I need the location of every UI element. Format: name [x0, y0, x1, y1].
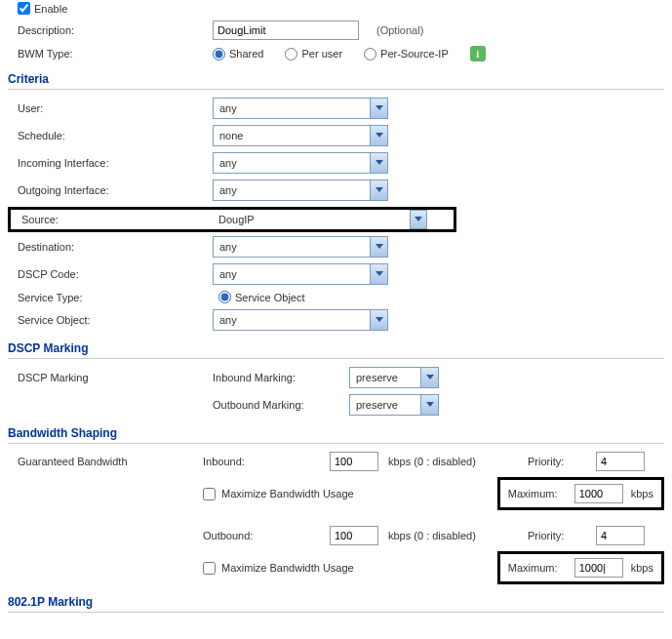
guaranteed-bandwidth-label: Guaranteed Bandwidth: [8, 456, 203, 467]
kbps-label-2: kbps: [631, 562, 653, 574]
outgoing-select[interactable]: any: [213, 180, 388, 201]
enable-checkbox[interactable]: [18, 2, 30, 15]
service-object-select[interactable]: any: [213, 309, 388, 331]
dscp-code-select[interactable]: any: [213, 263, 388, 285]
8021p-marking-header: 802.1P Marking: [8, 592, 664, 613]
outbound-label: Outbound:: [203, 530, 330, 541]
chevron-down-icon: [410, 210, 427, 229]
chevron-down-icon: [420, 395, 438, 415]
bwm-type-label: BWM Type:: [8, 48, 213, 60]
bwm-shared-label: Shared: [229, 48, 263, 60]
optional-text: (Optional): [376, 24, 423, 36]
source-select[interactable]: DougIP: [213, 211, 427, 228]
kbps-label: kbps: [631, 488, 653, 499]
schedule-select[interactable]: none: [213, 125, 388, 146]
priority-outbound-input[interactable]: [596, 526, 645, 545]
dscp-code-label: DSCP Code:: [8, 268, 213, 280]
inbound-label: Inbound:: [203, 456, 330, 467]
maximize-inbound-checkbox[interactable]: [203, 488, 216, 500]
service-object-label: Service Object:: [8, 314, 213, 326]
outbound-marking-label: Outbound Marking:: [213, 399, 349, 411]
maximum-outbound-input[interactable]: [574, 558, 623, 578]
enable-label: Enable: [34, 3, 67, 15]
maximum-label-2: Maximum:: [508, 562, 567, 574]
bwm-persource-radio[interactable]: Per-Source-IP: [364, 48, 449, 60]
info-icon[interactable]: i: [470, 46, 486, 61]
chevron-down-icon: [370, 153, 387, 173]
outbound-value-input[interactable]: [330, 526, 378, 545]
outbound-marking-select[interactable]: preserve: [349, 394, 439, 416]
maximize-outbound-label: Maximize Bandwidth Usage: [221, 562, 354, 574]
source-label: Source:: [12, 214, 213, 225]
service-type-label: Service Type:: [8, 292, 213, 303]
bwm-persource-label: Per-Source-IP: [380, 48, 449, 60]
source-highlight: Source: DougIP: [8, 207, 456, 232]
incoming-label: Incoming Interface:: [8, 157, 213, 169]
dscp-marking-label: DSCP Marking: [8, 372, 213, 383]
description-label: Description:: [8, 24, 213, 36]
chevron-down-icon: [370, 99, 387, 118]
destination-label: Destination:: [8, 241, 213, 253]
kbps-disabled-text-2: kbps (0 : disabled): [388, 530, 476, 541]
bwm-shared-radio[interactable]: Shared: [213, 48, 263, 60]
bandwidth-shaping-header: Bandwidth Shaping: [8, 423, 664, 444]
chevron-down-icon: [370, 264, 387, 284]
chevron-down-icon: [370, 126, 387, 145]
chevron-down-icon: [370, 310, 387, 330]
dscp-marking-header: DSCP Marking: [8, 339, 664, 359]
outgoing-label: Outgoing Interface:: [8, 184, 213, 196]
chevron-down-icon: [370, 180, 387, 200]
incoming-select[interactable]: any: [213, 152, 388, 174]
kbps-disabled-text: kbps (0 : disabled): [388, 456, 476, 467]
priority-inbound-input[interactable]: [596, 452, 645, 471]
schedule-label: Schedule:: [8, 130, 213, 141]
user-select[interactable]: any: [213, 98, 388, 119]
inbound-marking-select[interactable]: preserve: [349, 367, 439, 388]
maximize-inbound-label: Maximize Bandwidth Usage: [221, 488, 354, 499]
maximum-label: Maximum:: [508, 488, 567, 499]
chevron-down-icon: [420, 368, 438, 387]
criteria-header: Criteria: [8, 69, 664, 90]
inbound-value-input[interactable]: [330, 452, 378, 471]
inbound-marking-label: Inbound Marking:: [213, 372, 349, 383]
priority-label: Priority:: [528, 456, 596, 467]
priority-label-2: Priority:: [528, 530, 596, 541]
user-label: User:: [8, 102, 213, 114]
destination-select[interactable]: any: [213, 236, 388, 258]
maximize-outbound-checkbox[interactable]: [203, 562, 216, 575]
maximum-inbound-highlight: Maximum: kbps: [497, 477, 664, 510]
maximum-inbound-input[interactable]: [574, 484, 623, 503]
bwm-peruser-label: Per user: [301, 48, 342, 60]
maximum-outbound-highlight: Maximum: kbps: [497, 551, 664, 584]
service-object-radio[interactable]: Service Object: [218, 291, 305, 303]
bwm-peruser-radio[interactable]: Per user: [285, 48, 342, 60]
description-input[interactable]: [213, 20, 359, 40]
chevron-down-icon: [370, 237, 387, 257]
service-object-option-label: Service Object: [235, 292, 305, 303]
